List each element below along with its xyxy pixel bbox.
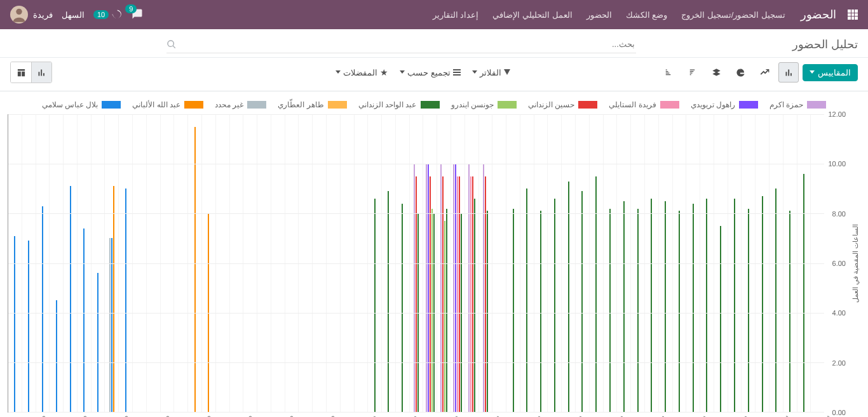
bar[interactable] (679, 211, 680, 412)
legend-item[interactable]: بلال عباس سلامي (42, 100, 121, 109)
search-input[interactable] (177, 36, 636, 53)
bar[interactable] (595, 176, 597, 412)
legend-item[interactable]: جونسن ايندرو (451, 100, 517, 109)
bar[interactable] (416, 176, 417, 412)
filters-label: الفلاتر (480, 68, 501, 77)
favorites-dropdown[interactable]: ★ المفضلات (332, 65, 392, 80)
legend-swatch (102, 101, 121, 109)
bar[interactable] (374, 199, 376, 412)
user-menu[interactable]: فريدة (10, 6, 53, 23)
bar[interactable] (720, 226, 721, 412)
bar[interactable] (651, 199, 652, 412)
legend-item[interactable]: غير محدد (215, 100, 266, 109)
bar[interactable] (442, 176, 444, 412)
messages-icon[interactable]: 9 (132, 8, 143, 22)
chart-line-icon[interactable] (754, 62, 775, 83)
activities-icon[interactable]: 10 (93, 9, 123, 20)
bar[interactable] (526, 189, 527, 412)
bar[interactable] (775, 189, 776, 412)
activities-badge: 10 (93, 10, 109, 19)
chart-legend: حمزة اكرمراهول تريويديفريدة الستايليحسين… (8, 96, 860, 114)
bar[interactable] (483, 164, 484, 412)
bar[interactable] (56, 300, 57, 412)
legend-item[interactable]: حمزة اكرم (770, 100, 826, 109)
measures-button[interactable]: المقاييس (803, 64, 858, 81)
gridline (8, 313, 824, 314)
bar[interactable] (665, 201, 666, 412)
bar[interactable] (97, 273, 98, 412)
bar[interactable] (194, 127, 196, 412)
bar[interactable] (426, 164, 427, 412)
menu-overtime[interactable]: العمل التحليلي الإضافي (492, 10, 572, 20)
bar[interactable] (623, 201, 625, 412)
menu-attendance[interactable]: الحضور (587, 10, 612, 20)
bar[interactable] (402, 204, 403, 412)
bar[interactable] (568, 182, 569, 412)
bar[interactable] (762, 196, 763, 412)
bar[interactable] (609, 209, 611, 412)
bar[interactable] (803, 174, 804, 412)
chart-pie-icon[interactable] (730, 62, 750, 83)
bar[interactable] (440, 164, 442, 412)
company-switcher[interactable]: السهل (62, 10, 85, 20)
legend-item[interactable]: عبد الله الألباني (132, 100, 203, 109)
bar[interactable] (540, 211, 541, 412)
bar[interactable] (453, 164, 454, 412)
filters-dropdown[interactable]: الفلاتر (468, 65, 514, 80)
bar[interactable] (474, 199, 475, 412)
bar[interactable] (444, 221, 445, 412)
groupby-dropdown[interactable]: تجميع حسب (396, 65, 465, 80)
bar[interactable] (28, 241, 29, 412)
sort-asc-icon[interactable] (658, 62, 678, 83)
bar[interactable] (388, 191, 389, 412)
bar[interactable] (789, 211, 790, 412)
bar[interactable] (109, 238, 111, 412)
bar[interactable] (42, 206, 43, 412)
bar[interactable] (468, 164, 470, 412)
bar[interactable] (693, 204, 694, 412)
bar[interactable] (637, 209, 639, 412)
bar[interactable] (472, 176, 473, 412)
bar[interactable] (125, 189, 126, 412)
search-icon[interactable] (166, 39, 177, 50)
bar[interactable] (581, 191, 583, 412)
bar[interactable] (554, 199, 555, 412)
bar[interactable] (748, 209, 749, 412)
bar[interactable] (431, 209, 433, 412)
pivot-view-icon[interactable] (11, 62, 31, 83)
bar[interactable] (734, 199, 735, 412)
bar[interactable] (70, 186, 71, 412)
chart-stack-icon[interactable] (706, 62, 726, 83)
legend-item[interactable]: عبد الواحد الزنداني (358, 100, 440, 109)
bar[interactable] (113, 186, 114, 412)
bar[interactable] (430, 176, 431, 412)
legend-item[interactable]: طاهر العطّاري (278, 100, 346, 109)
bar[interactable] (14, 236, 15, 412)
bar[interactable] (446, 209, 447, 412)
bar[interactable] (513, 209, 514, 412)
bar[interactable] (706, 199, 707, 412)
legend-item[interactable]: فريدة الستايلي (609, 100, 679, 109)
bar[interactable] (455, 164, 456, 412)
x-tick: 12 فبراير 2022 (424, 414, 486, 417)
menu-checkin[interactable]: تسجيل الحضور/تسجيل الخروج (681, 10, 785, 20)
bar[interactable] (111, 238, 112, 412)
bar[interactable] (487, 211, 488, 412)
bar[interactable] (428, 164, 429, 412)
legend-item[interactable]: راهول تريويدي (691, 100, 758, 109)
sort-desc-icon[interactable] (682, 62, 702, 83)
bar[interactable] (457, 176, 458, 412)
bar[interactable] (470, 176, 471, 412)
menu-kiosk[interactable]: وضع الكشك (626, 10, 668, 20)
bar[interactable] (83, 228, 85, 412)
chart-bar-icon[interactable] (778, 62, 799, 83)
graph-view-icon[interactable] (31, 62, 51, 83)
bar[interactable] (459, 176, 460, 412)
bar[interactable] (485, 176, 486, 412)
menu-reporting[interactable]: إعداد التقارير (433, 10, 479, 20)
gridline (8, 164, 824, 164)
legend-label: جونسن ايندرو (451, 100, 494, 109)
apps-icon[interactable] (848, 10, 858, 20)
bar[interactable] (414, 164, 415, 412)
legend-item[interactable]: حسين الزنداني (528, 100, 597, 109)
